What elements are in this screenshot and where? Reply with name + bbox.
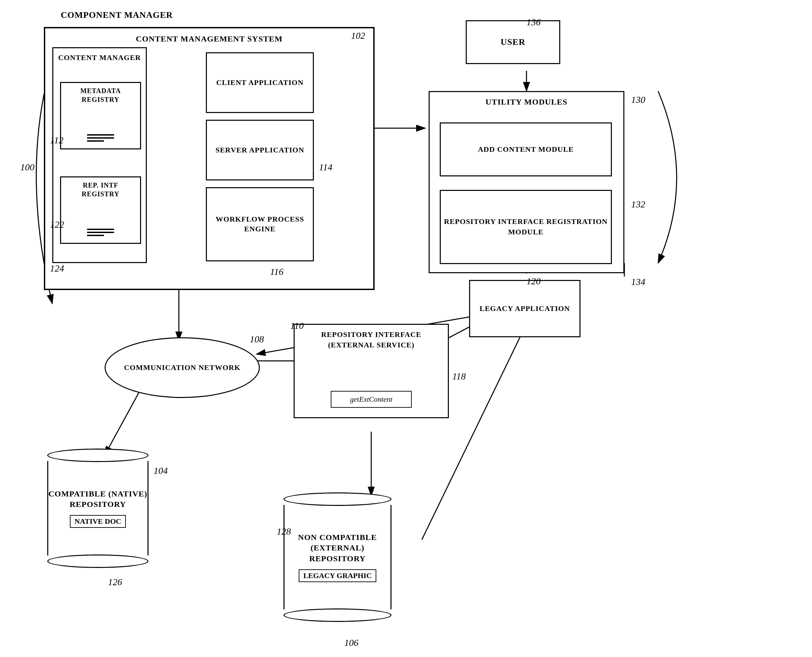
ref-116: 116 <box>270 266 284 277</box>
ref-110: 110 <box>290 321 304 331</box>
metadata-registry-label: METADATA REGISTRY <box>65 86 136 104</box>
ref-130: 130 <box>631 95 645 105</box>
ref-128: 128 <box>277 526 291 537</box>
rep-intf-registry-label: REP. INTF REGISTRY <box>65 181 136 198</box>
content-manager-label: CONTENT MANAGER <box>58 53 141 63</box>
non-compatible-repository-cylinder: NON COMPATIBLE (EXTERNAL) REPOSITORY LEG… <box>284 492 392 622</box>
get-ext-content-box: getExtContent <box>331 391 412 408</box>
repository-interface-label: REPOSITORY INTERFACE (EXTERNAL SERVICE) <box>302 330 440 350</box>
cyl-body-native: COMPATIBLE (NATIVE) REPOSITORY NATIVE DO… <box>47 461 148 556</box>
cyl-top-native <box>47 448 148 462</box>
add-content-module-box: ADD CONTENT MODULE <box>440 122 612 176</box>
legacy-graphic-box: LEGACY GRAPHIC <box>299 569 376 582</box>
ref-104: 104 <box>153 466 168 476</box>
compatible-repo-label: COMPATIBLE (NATIVE) REPOSITORY <box>48 489 147 510</box>
content-manager-box: CONTENT MANAGER METADATA REGISTRY REP. I… <box>52 47 147 263</box>
repository-interface-box: REPOSITORY INTERFACE (EXTERNAL SERVICE) … <box>294 324 449 418</box>
legacy-application-box: LEGACY APPLICATION <box>469 280 581 337</box>
get-ext-content-label: getExtContent <box>350 395 392 404</box>
add-content-module-label: ADD CONTENT MODULE <box>478 145 574 154</box>
communication-network-ellipse: COMMUNICATION NETWORK <box>105 337 260 398</box>
communication-network-label: COMMUNICATION NETWORK <box>124 363 240 373</box>
ref-122: 122 <box>50 219 64 230</box>
server-application-box: SERVER APPLICATION <box>206 120 314 181</box>
ref-120: 120 <box>526 276 541 286</box>
repo-interface-registration-module-box: REPOSITORY INTERFACE REGISTRATION MODULE <box>440 190 612 264</box>
component-manager-label: COMPONENT MANAGER <box>61 10 173 20</box>
server-application-label: SERVER APPLICATION <box>215 145 304 155</box>
client-application-box: CLIENT APPLICATION <box>206 52 314 113</box>
repo-interface-reg-label: REPOSITORY INTERFACE REGISTRATION MODULE <box>441 216 611 237</box>
utility-modules-label: UTILITY MODULES <box>486 97 568 107</box>
ref-100: 100 <box>20 162 34 173</box>
ref-118: 118 <box>452 371 466 382</box>
user-box: USER <box>466 20 560 64</box>
workflow-process-engine-label: WORKFLOW PROCESS ENGINE <box>207 215 313 234</box>
ref-134: 134 <box>631 277 645 287</box>
rep-intf-registry-box: REP. INTF REGISTRY <box>60 176 141 244</box>
ref-132: 132 <box>631 199 645 210</box>
cyl-bottom-external <box>284 609 392 622</box>
ref-108: 108 <box>250 334 264 345</box>
ref-102: 102 <box>351 30 365 41</box>
legacy-application-label: LEGACY APPLICATION <box>479 304 570 314</box>
ref-114: 114 <box>319 162 333 173</box>
cyl-body-external: NON COMPATIBLE (EXTERNAL) REPOSITORY LEG… <box>284 505 392 609</box>
user-label: USER <box>501 36 525 48</box>
cyl-top-external <box>284 492 392 506</box>
cyl-bottom-native <box>47 554 148 568</box>
metadata-registry-box: METADATA REGISTRY <box>60 82 141 149</box>
utility-modules-box: UTILITY MODULES ADD CONTENT MODULE REPOS… <box>429 91 625 273</box>
ref-126: 126 <box>108 577 122 587</box>
ref-112: 112 <box>50 135 64 146</box>
ref-106: 106 <box>344 637 358 648</box>
ref-124: 124 <box>50 263 64 274</box>
client-application-label: CLIENT APPLICATION <box>216 78 304 88</box>
native-doc-box: NATIVE DOC <box>70 515 126 528</box>
workflow-process-engine-box: WORKFLOW PROCESS ENGINE <box>206 187 314 262</box>
ref-136: 136 <box>526 17 541 28</box>
compatible-repository-cylinder: COMPATIBLE (NATIVE) REPOSITORY NATIVE DO… <box>47 448 148 568</box>
cms-label: CONTENT MANAGEMENT SYSTEM <box>136 34 283 44</box>
non-compatible-repo-label: NON COMPATIBLE (EXTERNAL) REPOSITORY <box>284 532 390 564</box>
